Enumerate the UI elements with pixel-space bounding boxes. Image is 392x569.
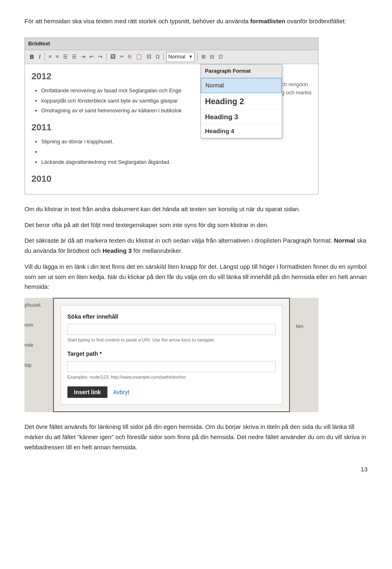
- dropdown-arrow-icon: ▼: [189, 54, 193, 60]
- right-suffix: och rengörin ng och markis: [278, 69, 312, 189]
- list-ordered-icon: ☰: [71, 52, 78, 62]
- table-icon: ⊞: [200, 52, 207, 62]
- para3-part3: för mellanrubriker.: [132, 247, 183, 254]
- paragraph-4: Vill du lägga in en länk i din text finn…: [24, 262, 368, 292]
- bold-button[interactable]: B: [28, 53, 36, 60]
- separator-1: [45, 53, 45, 60]
- list-item-2011-1: Slipning av dörrar i trapphuset.: [41, 138, 278, 146]
- paragraph-1: Om du klistrar in text från andra dokume…: [24, 204, 368, 214]
- separator-2: [106, 53, 107, 60]
- para3-bold2: Heading 3: [102, 247, 132, 254]
- undo-icon: ↩: [88, 52, 95, 62]
- suffix-1: och rengörin: [278, 80, 312, 89]
- search-input[interactable]: [67, 324, 276, 335]
- align-center-icon: ≡: [55, 52, 60, 62]
- bg-right-ten: ten: [296, 322, 318, 331]
- suffix-2: ng och markis: [278, 89, 312, 97]
- screenshot-title: Brödtext: [25, 38, 318, 50]
- list-2011: Slipning av dörrar i trapphuset. Läckand…: [31, 138, 278, 166]
- extra-icon-1: ⊟: [209, 52, 216, 62]
- year-2010: 2010: [31, 172, 278, 186]
- intro-text-1: För att hemsidan ska visa texten med rät…: [24, 18, 249, 25]
- dropdown-label: Normal: [168, 53, 185, 61]
- screenshot-dialog-wrapper: phuset. nrin nde lop ten Söka efter inne…: [24, 298, 318, 412]
- dialog-buttons: Insert link Avbryt: [67, 386, 276, 398]
- intro-bold: formatlisten: [250, 18, 285, 25]
- para3-bold1: Normal: [334, 237, 355, 244]
- insert-link-button[interactable]: Insert link: [67, 386, 107, 398]
- list-item-2011-2: [41, 148, 278, 156]
- bg-left-labels: phuset. nrin nde lop: [24, 298, 47, 412]
- extra-icon-2: ⊡: [217, 52, 224, 62]
- copy-icon: ⎘: [127, 52, 133, 62]
- bg-label-lop: lop: [24, 361, 47, 370]
- search-hint: Start typing to find content or paste a …: [67, 337, 276, 344]
- link-dialog: Söka efter innehåll Start typing to find…: [53, 298, 290, 412]
- dropdown-item-heading3[interactable]: Heading 3: [201, 110, 282, 125]
- paragraph-5: Det övre fältet används för länkning til…: [24, 422, 368, 452]
- screenshot-content-area: 2012 Omfattande renovering av fasad mot …: [25, 64, 318, 194]
- italic-button[interactable]: I: [37, 53, 42, 60]
- paste-icon: 📋: [134, 52, 143, 62]
- dropdown-item-heading2[interactable]: Heading 2: [201, 93, 282, 110]
- scissors-icon: ✂: [118, 52, 125, 62]
- indent-icon: ⇥: [80, 52, 87, 62]
- toolbar-row: B I ≡ ≡ ☰ ☰ ⇥ ↩ ↪ 🖼 ✂ ⎘ 📋 ⛓ Ω Normal ▼ ⊞…: [25, 50, 318, 64]
- item-text-2: Omdragning av el samt helrenovering av k…: [41, 107, 182, 114]
- item-text-1b: kopparplåt och fönsterbleck samt byte av…: [41, 98, 178, 104]
- list-item-2011-3: Läckande dagvattenledning mot Seglargata…: [41, 158, 278, 167]
- image-icon: 🖼: [109, 52, 117, 62]
- page-number: 13: [24, 464, 368, 474]
- target-example: Examples: node/123, http://www.example.c…: [67, 374, 276, 381]
- separator-4: [197, 53, 198, 60]
- intro-paragraph: För att hemsidan ska visa texten med rät…: [24, 16, 368, 26]
- separator-3: [163, 53, 164, 60]
- paragraph-format-dropdown[interactable]: Normal ▼: [166, 52, 195, 62]
- paragraph-2: Det beror ofta på att det följt med text…: [24, 220, 368, 230]
- bg-right-labels: ten: [296, 298, 318, 412]
- target-path-input[interactable]: [67, 361, 276, 372]
- screenshot-toolbar-box: Brödtext B I ≡ ≡ ☰ ☰ ⇥ ↩ ↪ 🖼 ✂ ⎘ 📋 ⛓ Ω N…: [24, 38, 318, 194]
- align-left-icon: ≡: [47, 52, 53, 62]
- dialog-inner: Söka efter innehåll Start typing to find…: [60, 305, 283, 405]
- link-icon: ⛓: [145, 52, 153, 62]
- bg-label-phuset: phuset.: [24, 301, 47, 310]
- redo-icon: ↪: [97, 52, 104, 62]
- dropdown-item-heading4[interactable]: Heading 4: [201, 125, 282, 138]
- paragraph-format-menu: Paragraph Format Normal Heading 2 Headin…: [200, 64, 282, 138]
- dropdown-item-normal[interactable]: Normal: [201, 78, 282, 93]
- para3-part1: Det säkraste är då att markera texten du…: [24, 237, 334, 244]
- bg-label-nrin: nrin: [24, 321, 47, 330]
- target-label: Target path *: [67, 349, 276, 358]
- dropdown-menu-header: Paragraph Format: [201, 65, 282, 78]
- intro-text-2: ovanför brödtextfältet:: [287, 18, 346, 25]
- search-label: Söka efter innehåll: [67, 312, 276, 321]
- bg-label-nde: nde: [24, 341, 47, 350]
- paragraph-3: Det säkraste är då att markera texten du…: [24, 236, 368, 256]
- special-char-icon: Ω: [154, 52, 161, 62]
- cancel-button[interactable]: Avbryt: [113, 389, 129, 395]
- list-unordered-icon: ☰: [62, 52, 69, 62]
- item-text-1a: Omfattande renovering av fasad mot Segla…: [41, 87, 181, 94]
